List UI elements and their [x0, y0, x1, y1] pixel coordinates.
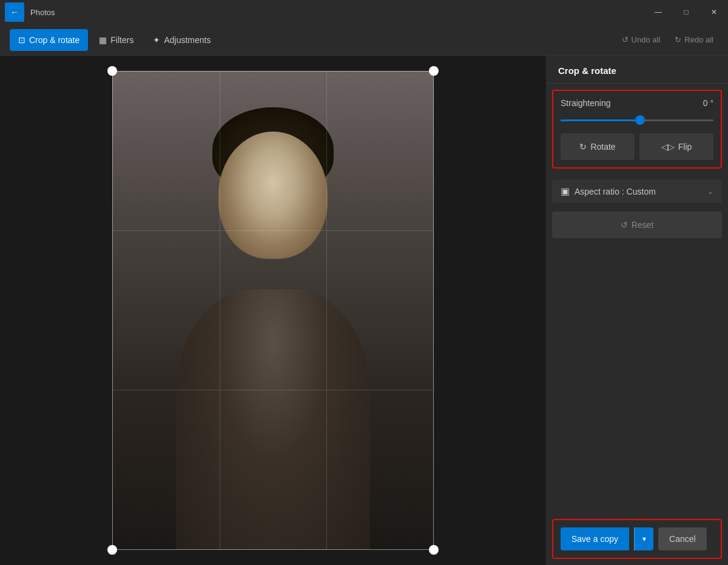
aspect-ratio-label: Aspect ratio : Custom: [575, 187, 703, 196]
crop-overlay: [112, 71, 434, 550]
grid-line-v2: [326, 72, 327, 549]
window-controls: — □ ✕: [644, 0, 728, 24]
undo-icon: ↺: [622, 35, 629, 44]
app-title: Photos: [30, 8, 55, 17]
filters-button[interactable]: ▦ Filters: [90, 29, 142, 51]
flip-icon: ◁▷: [661, 142, 675, 152]
undo-label: Undo all: [632, 35, 661, 44]
slider-track: [561, 119, 713, 121]
rotate-flip-row: ↻ Rotate ◁▷ Flip: [561, 133, 713, 160]
reset-label: Reset: [632, 220, 654, 230]
back-button[interactable]: ←: [5, 2, 24, 22]
adjustments-label: Adjustments: [164, 35, 211, 45]
toolbar: ⊡ Crop & rotate ▦ Filters ✦ Adjustments …: [0, 24, 728, 56]
reset-icon: ↺: [621, 220, 628, 230]
adjustments-icon: ✦: [153, 35, 160, 45]
rotate-button[interactable]: ↻ Rotate: [561, 133, 635, 160]
grid-line-v1: [220, 72, 220, 549]
panel-spacer: [546, 242, 728, 519]
crop-handle-top-left[interactable]: [107, 66, 117, 76]
save-dropdown-button[interactable]: ▾: [634, 527, 653, 550]
straightening-value: 0 °: [703, 98, 713, 108]
minimize-button[interactable]: —: [644, 0, 672, 24]
crop-rotate-label: Crop & rotate: [29, 35, 79, 45]
undo-all-button[interactable]: ↺ Undo all: [617, 33, 666, 47]
crop-handle-top-right[interactable]: [429, 66, 439, 76]
maximize-button[interactable]: □: [672, 0, 700, 24]
straightening-slider-container[interactable]: [561, 114, 713, 126]
close-button[interactable]: ✕: [700, 0, 728, 24]
image-container: [112, 71, 434, 550]
title-bar-left: ← Photos: [5, 2, 55, 22]
rotate-label: Rotate: [590, 142, 615, 152]
panel-title: Crop & rotate: [546, 56, 728, 84]
filters-icon: ▦: [99, 35, 107, 45]
save-cancel-row: Save a copy ▾ Cancel: [561, 527, 713, 550]
canvas-area: [0, 56, 546, 565]
cancel-button[interactable]: Cancel: [658, 527, 707, 550]
aspect-ratio-row[interactable]: ▣ Aspect ratio : Custom ⌄: [552, 179, 722, 203]
filters-label: Filters: [110, 35, 133, 45]
crop-handle-bottom-left[interactable]: [107, 545, 117, 555]
redo-all-button[interactable]: ↻ Redo all: [670, 33, 718, 47]
main-content: Crop & rotate Straightening 0 ° ↻ Rotate: [0, 56, 728, 565]
redo-icon: ↻: [675, 35, 681, 44]
straightening-label: Straightening: [561, 98, 611, 108]
crop-rotate-button[interactable]: ⊡ Crop & rotate: [10, 29, 88, 51]
slider-fill: [561, 119, 640, 121]
crop-handle-bottom-right[interactable]: [429, 545, 439, 555]
straightening-section: Straightening 0 ° ↻ Rotate ◁▷ Flip: [552, 90, 722, 169]
grid-line-h2: [113, 390, 433, 390]
grid-line-h1: [113, 230, 433, 231]
adjustments-button[interactable]: ✦ Adjustments: [144, 29, 219, 51]
right-panel: Crop & rotate Straightening 0 ° ↻ Rotate: [546, 56, 728, 565]
undo-redo-group: ↺ Undo all ↻ Redo all: [617, 33, 718, 47]
rotate-icon: ↻: [579, 142, 587, 152]
crop-rotate-icon: ⊡: [18, 35, 25, 45]
straightening-row: Straightening 0 °: [561, 98, 713, 108]
save-cancel-section: Save a copy ▾ Cancel: [552, 519, 722, 559]
aspect-ratio-icon: ▣: [561, 186, 570, 197]
flip-label: Flip: [678, 142, 692, 152]
reset-button[interactable]: ↺ Reset: [552, 212, 722, 238]
slider-thumb[interactable]: [635, 115, 645, 125]
redo-label: Redo all: [684, 35, 713, 44]
aspect-ratio-chevron: ⌄: [707, 187, 713, 196]
save-copy-button[interactable]: Save a copy: [561, 527, 629, 550]
flip-button[interactable]: ◁▷ Flip: [639, 133, 713, 160]
title-bar: ← Photos — □ ✕: [0, 0, 728, 24]
